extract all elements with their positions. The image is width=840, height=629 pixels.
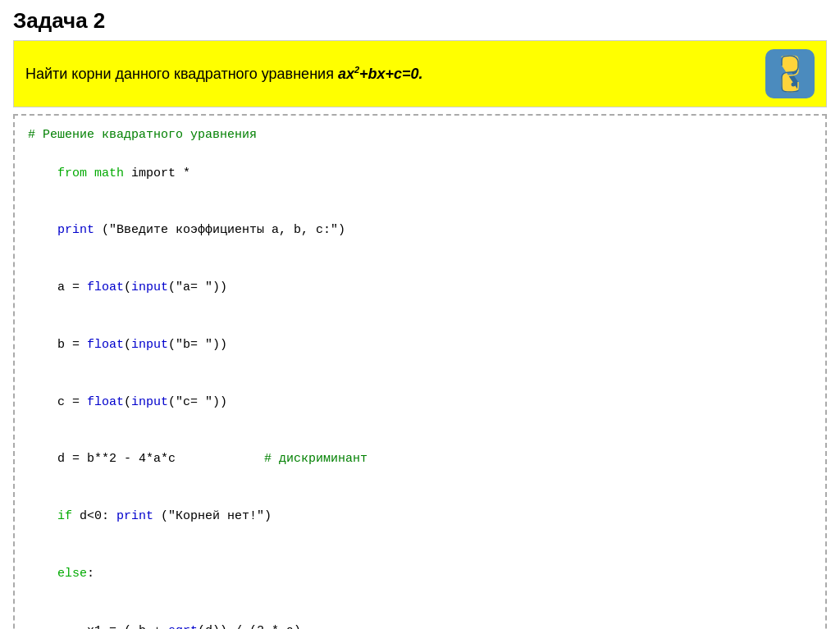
code-else-line: else: — [28, 545, 812, 603]
code-import-line: from math import * — [28, 144, 812, 202]
code-a-line: a = float(input("a= ")) — [28, 259, 812, 317]
code-block: # Решение квадратного уравнения from mat… — [13, 114, 827, 629]
code-if-line: if d<0: print ("Корней нет!") — [28, 488, 812, 545]
svg-point-2 — [792, 83, 796, 87]
code-c-line: c = float(input("c= ")) — [28, 373, 812, 431]
header-formula: ax2+bx+c=0. — [338, 66, 423, 82]
code-print-intro: print ("Введите коэффициенты a, b, c:") — [28, 202, 812, 259]
task-header: Найти корни данного квадратного уравнени… — [13, 40, 827, 107]
code-d-line: d = b**2 - 4*a*c # дискриминант — [28, 431, 812, 488]
python-logo-icon — [765, 49, 815, 98]
code-comment-line: # Решение квадратного уравнения — [28, 125, 812, 144]
page-title: Задача 2 — [13, 8, 827, 34]
code-b-line: b = float(input("b= ")) — [28, 317, 812, 374]
svg-point-1 — [785, 62, 789, 66]
task-header-text: Найти корни данного квадратного уравнени… — [25, 65, 423, 83]
header-plain-text: Найти корни данного квадратного уравнени… — [25, 66, 338, 82]
code-x1-line: x1 = (-b + sqrt(d)) / (2 * a) — [28, 602, 812, 629]
